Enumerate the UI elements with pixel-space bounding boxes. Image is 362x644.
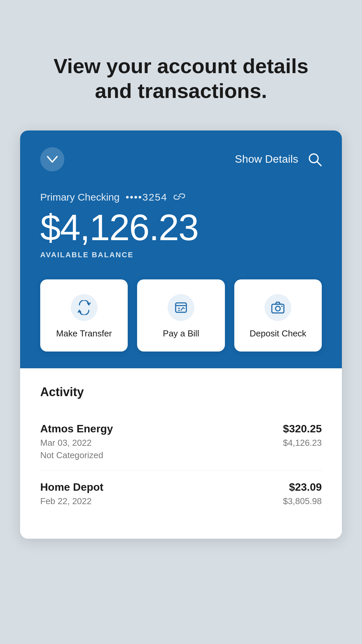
deposit-check-card[interactable]: Deposit Check	[234, 279, 322, 352]
tx-date: Mar 03, 2022	[40, 438, 113, 448]
tx-name: Home Depot	[40, 481, 103, 493]
activity-title: Activity	[40, 385, 322, 399]
make-transfer-card[interactable]: Make Transfer	[40, 279, 128, 352]
svg-line-1	[317, 162, 321, 166]
tx-category: Not Categorized	[40, 450, 113, 461]
account-name: Primary Checking	[40, 192, 120, 203]
svg-point-5	[281, 306, 283, 307]
svg-rect-3	[272, 304, 284, 313]
tx-balance: $3,805.98	[283, 496, 322, 506]
tx-amount: $320.25	[283, 423, 322, 435]
activity-section: Activity Atmos Energy Mar 03, 2022 Not C…	[20, 368, 342, 539]
tx-balance: $4,126.23	[283, 438, 322, 448]
deposit-check-label: Deposit Check	[250, 328, 306, 339]
balance-amount: $4,126.23	[40, 209, 322, 246]
tx-left: Atmos Energy Mar 03, 2022 Not Categorize…	[40, 423, 113, 461]
top-right-actions: Show Details	[235, 152, 322, 166]
transaction-item[interactable]: Atmos Energy Mar 03, 2022 Not Categorize…	[40, 413, 322, 471]
tx-left: Home Depot Feb 22, 2022	[40, 481, 103, 508]
tx-amount: $23.09	[283, 481, 322, 493]
link-icon	[174, 192, 185, 203]
show-details-button[interactable]: Show Details	[235, 153, 298, 165]
search-button[interactable]	[308, 152, 322, 166]
page-header: View your account details and transactio…	[0, 0, 362, 130]
make-transfer-label: Make Transfer	[56, 328, 112, 339]
pay-bill-card[interactable]: Pay a Bill	[137, 279, 225, 352]
page-title: View your account details and transactio…	[27, 54, 335, 104]
account-card-blue: Show Details Primary Checking ••••3254	[20, 130, 342, 368]
pay-bill-label: Pay a Bill	[163, 328, 199, 339]
camera-icon	[264, 294, 291, 321]
account-label: Primary Checking ••••3254	[40, 192, 322, 203]
tx-name: Atmos Energy	[40, 423, 113, 435]
tx-right: $23.09 $3,805.98	[283, 481, 322, 506]
action-cards: Make Transfer Pay a Bill	[20, 279, 342, 368]
svg-point-4	[276, 306, 280, 311]
transfer-icon	[71, 294, 98, 321]
bill-icon	[168, 294, 194, 321]
account-number: ••••3254	[126, 192, 168, 203]
main-card: Show Details Primary Checking ••••3254	[20, 130, 342, 539]
transaction-item[interactable]: Home Depot Feb 22, 2022 $23.09 $3,805.98	[40, 471, 322, 519]
card-top-bar: Show Details	[40, 147, 322, 171]
tx-date: Feb 22, 2022	[40, 496, 103, 506]
dropdown-button[interactable]	[40, 147, 64, 171]
svg-rect-2	[176, 303, 186, 312]
balance-label: AVAILABLE BALANCE	[40, 251, 322, 259]
tx-right: $320.25 $4,126.23	[283, 423, 322, 448]
